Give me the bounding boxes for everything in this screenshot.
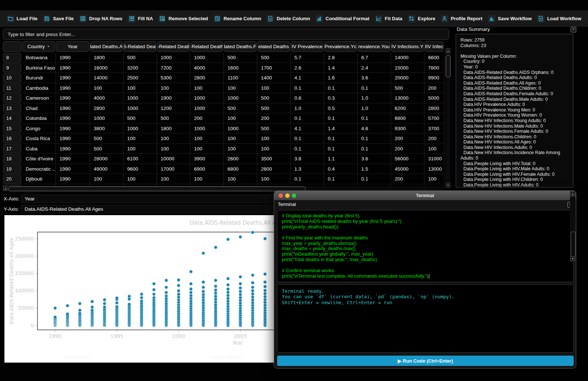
table-cell[interactable]: Cameroon (22, 93, 56, 103)
table-header-cell[interactable]: elated Deaths (257, 41, 290, 52)
table-cell[interactable]: 10000 (157, 154, 190, 164)
table-cell[interactable]: 14000 (391, 53, 424, 63)
row-number[interactable]: 19 (3, 164, 21, 174)
table-cell[interactable]: 500 (224, 103, 257, 114)
table-cell[interactable]: 5000 (424, 93, 444, 103)
table-cell[interactable]: 0.5 (324, 103, 358, 114)
table-cell[interactable]: 1000 (190, 103, 224, 114)
table-cell[interactable]: 0.1 (358, 133, 391, 144)
table-cell[interactable]: 100 (157, 133, 190, 144)
table-cell[interactable]: 100 (424, 144, 444, 154)
close-icon[interactable]: × (571, 27, 576, 32)
table-cell[interactable]: Côte d'Ivoire (22, 154, 56, 164)
table-cell[interactable]: 45000 (391, 164, 424, 174)
table-cell[interactable]: 7200 (157, 63, 190, 73)
scroll-up-icon[interactable]: ▴ (446, 49, 450, 53)
table-cell[interactable]: Congo (22, 124, 56, 134)
table-cell[interactable]: 20000 (391, 73, 424, 83)
table-cell[interactable]: 0.1 (324, 83, 358, 93)
table-cell[interactable]: 1.5 (358, 164, 391, 174)
table-row[interactable]: 18Côte d'Ivoire1990280006100100003900260… (3, 154, 445, 164)
table-cell[interactable]: 1990 (56, 63, 90, 73)
table-cell[interactable]: Burkina Faso (22, 63, 56, 73)
table-cell[interactable]: 1800 (90, 53, 123, 63)
table-cell[interactable]: 100 (157, 174, 190, 184)
terminal-titlebar[interactable]: Terminal (274, 191, 576, 200)
table-cell[interactable]: 5300 (157, 73, 190, 83)
table-cell[interactable]: 100 (257, 174, 291, 184)
table-cell[interactable]: 1.0 (358, 103, 391, 114)
filter-input[interactable] (3, 29, 449, 40)
table-cell[interactable]: 1400 (257, 73, 291, 83)
table-cell[interactable]: 9900 (424, 73, 444, 83)
table-cell[interactable]: 6600 (424, 53, 444, 63)
table-cell[interactable]: 9300 (391, 124, 424, 134)
table-cell[interactable]: 1000 (123, 124, 157, 134)
profile-report-button[interactable]: Profile Report (441, 15, 483, 22)
point-color-button[interactable]: Point Color (48, 354, 107, 360)
table-cell[interactable]: Cambodia (22, 83, 56, 93)
table-cell[interactable]: 3900 (190, 154, 224, 164)
table-cell[interactable]: 56000 (391, 154, 424, 164)
row-number[interactable]: 10 (3, 73, 21, 83)
table-cell[interactable]: 100 (224, 144, 257, 154)
table-cell[interactable]: 0.1 (291, 133, 324, 144)
table-cell[interactable]: 1100 (224, 73, 257, 83)
table-cell[interactable]: 100 (224, 133, 257, 144)
table-cell[interactable]: 100 (190, 174, 224, 184)
table-cell[interactable]: 3.6 (358, 154, 391, 164)
rename-column-button[interactable]: Rename Column (214, 15, 261, 22)
delete-column-button[interactable]: Delete Column (267, 15, 310, 22)
table-cell[interactable]: 13000 (391, 93, 424, 103)
row-number[interactable]: 17 (3, 144, 21, 154)
table-header-cell[interactable]: lated Deaths.A (90, 41, 123, 52)
table-cell[interactable]: 1990 (56, 113, 90, 124)
close-traffic-light[interactable] (279, 193, 283, 198)
code-scroll-thumb[interactable] (571, 232, 576, 257)
table-cell[interactable]: 2800 (90, 103, 123, 114)
table-cell[interactable]: 15000 (391, 63, 424, 73)
table-cell[interactable]: 1600 (224, 63, 257, 73)
table-cell[interactable]: 1990 (56, 103, 90, 114)
table-cell[interactable]: 3.6 (358, 73, 391, 83)
table-cell[interactable]: 1.4 (324, 63, 358, 73)
table-header-cell[interactable]: IIV Infec (424, 41, 444, 52)
table-cell[interactable]: 500 (257, 53, 291, 63)
table-cell[interactable]: 0.1 (324, 144, 358, 154)
table-cell[interactable]: 100 (190, 133, 224, 144)
table-cell[interactable]: 1000 (123, 93, 157, 103)
table-header-cell[interactable]: Year (56, 41, 89, 52)
vertical-scroll-thumb[interactable] (446, 55, 451, 77)
x-axis-select[interactable]: Year (21, 195, 273, 203)
table-cell[interactable]: 0.1 (291, 174, 324, 184)
table-cell[interactable]: 2.4 (358, 63, 391, 73)
table-cell[interactable]: 5.7 (291, 53, 324, 63)
table-row[interactable]: 8Botswana19901800500100010005005005.72.8… (3, 53, 445, 63)
table-cell[interactable]: 2.8 (324, 53, 358, 63)
table-cell[interactable]: 1990 (56, 73, 90, 83)
row-number[interactable]: 9 (3, 63, 21, 73)
table-cell[interactable]: 0.1 (358, 144, 391, 154)
table-cell[interactable]: 0.4 (324, 164, 358, 174)
table-cell[interactable]: 3800 (90, 124, 123, 134)
table-cell[interactable]: Burundi (22, 73, 56, 83)
table-cell[interactable]: 100 (257, 144, 291, 154)
table-cell[interactable]: 1800 (157, 124, 190, 134)
table-row[interactable]: 11Cambodia19901001001001001001000.10.10.… (3, 83, 445, 93)
table-cell[interactable]: 0.1 (324, 133, 358, 144)
table-cell[interactable]: 1990 (56, 133, 90, 144)
table-cell[interactable]: 1000 (190, 53, 224, 63)
table-cell[interactable]: Djibouti (22, 174, 56, 184)
table-cell[interactable]: 200 (257, 113, 291, 124)
drop-na-rows-button[interactable]: Drop NA Rows (79, 15, 123, 22)
table-cell[interactable]: 100 (157, 83, 190, 93)
table-header-cell[interactable]: S-Related Deat (123, 41, 156, 52)
load-file-button[interactable]: Load File (7, 15, 37, 22)
table-cell[interactable]: 100 (90, 83, 123, 93)
table-cell[interactable]: 200 (424, 83, 444, 93)
table-cell[interactable]: 6200 (391, 103, 424, 114)
table-cell[interactable]: 100 (90, 174, 123, 184)
save-workflow-button[interactable]: Save Workflow (488, 15, 532, 22)
table-cell[interactable]: 1.0 (358, 93, 391, 103)
table-cell[interactable]: 500 (90, 144, 123, 154)
